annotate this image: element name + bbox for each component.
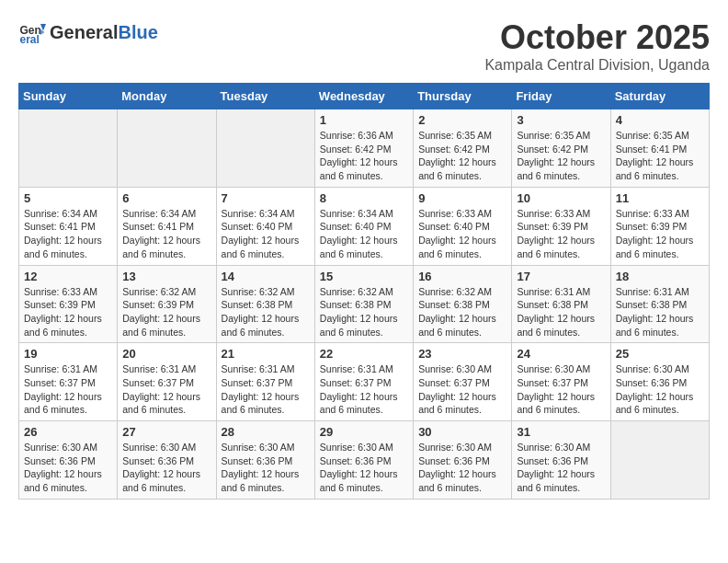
day-number: 9 [418, 191, 506, 205]
day-number: 6 [122, 191, 210, 205]
day-info: Sunrise: 6:30 AM Sunset: 6:37 PM Dayligh… [418, 362, 506, 417]
day-info: Sunrise: 6:34 AM Sunset: 6:41 PM Dayligh… [24, 207, 112, 261]
day-number: 15 [320, 270, 408, 283]
day-number: 23 [418, 347, 506, 361]
calendar-cell: 22Sunrise: 6:31 AM Sunset: 6:37 PM Dayli… [314, 343, 413, 421]
calendar-cell: 12Sunrise: 6:33 AM Sunset: 6:39 PM Dayli… [19, 265, 118, 343]
day-number: 13 [122, 270, 210, 283]
calendar-week-row: 19Sunrise: 6:31 AM Sunset: 6:37 PM Dayli… [19, 343, 710, 421]
day-of-week-header: Wednesday [314, 84, 413, 109]
day-of-week-header: Tuesday [216, 84, 314, 109]
calendar-cell: 6Sunrise: 6:34 AM Sunset: 6:41 PM Daylig… [118, 187, 216, 265]
day-of-week-header: Sunday [19, 84, 118, 109]
day-number: 26 [24, 425, 112, 439]
day-info: Sunrise: 6:30 AM Sunset: 6:36 PM Dayligh… [24, 441, 112, 495]
day-info: Sunrise: 6:35 AM Sunset: 6:42 PM Dayligh… [517, 129, 605, 183]
day-number: 25 [616, 347, 704, 361]
calendar-cell: 14Sunrise: 6:32 AM Sunset: 6:38 PM Dayli… [216, 265, 314, 343]
calendar-cell: 16Sunrise: 6:32 AM Sunset: 6:38 PM Dayli… [414, 265, 512, 343]
calendar-cell: 20Sunrise: 6:31 AM Sunset: 6:37 PM Dayli… [118, 343, 216, 421]
day-of-week-header: Monday [118, 84, 216, 109]
calendar-cell: 21Sunrise: 6:31 AM Sunset: 6:37 PM Dayli… [216, 343, 314, 421]
page-header: Gen eral General Blue October 2025 Kampa… [18, 18, 710, 74]
day-number: 2 [418, 113, 506, 127]
day-number: 22 [320, 347, 408, 361]
day-info: Sunrise: 6:34 AM Sunset: 6:40 PM Dayligh… [222, 207, 310, 261]
calendar-week-row: 5Sunrise: 6:34 AM Sunset: 6:41 PM Daylig… [19, 187, 710, 265]
title-block: October 2025 Kampala Central Division, U… [484, 18, 710, 74]
day-number: 4 [616, 113, 704, 127]
logo-icon: Gen eral [18, 18, 46, 46]
calendar-cell: 30Sunrise: 6:30 AM Sunset: 6:36 PM Dayli… [414, 421, 512, 500]
calendar-cell: 9Sunrise: 6:33 AM Sunset: 6:40 PM Daylig… [414, 187, 512, 265]
calendar-cell: 2Sunrise: 6:35 AM Sunset: 6:42 PM Daylig… [414, 109, 512, 188]
day-number: 17 [517, 270, 605, 283]
day-number: 16 [418, 270, 506, 283]
calendar-cell: 18Sunrise: 6:31 AM Sunset: 6:38 PM Dayli… [610, 265, 709, 343]
day-number: 20 [122, 347, 210, 361]
calendar-cell: 27Sunrise: 6:30 AM Sunset: 6:36 PM Dayli… [118, 421, 216, 500]
calendar-cell [118, 109, 216, 188]
calendar-body: 1Sunrise: 6:36 AM Sunset: 6:42 PM Daylig… [19, 109, 710, 500]
calendar-cell: 3Sunrise: 6:35 AM Sunset: 6:42 PM Daylig… [512, 109, 610, 188]
day-number: 19 [24, 347, 112, 361]
calendar-cell: 25Sunrise: 6:30 AM Sunset: 6:36 PM Dayli… [610, 343, 709, 421]
calendar-cell: 19Sunrise: 6:31 AM Sunset: 6:37 PM Dayli… [19, 343, 118, 421]
day-info: Sunrise: 6:32 AM Sunset: 6:39 PM Dayligh… [122, 285, 210, 339]
calendar-week-row: 12Sunrise: 6:33 AM Sunset: 6:39 PM Dayli… [19, 265, 710, 343]
day-number: 29 [320, 425, 408, 439]
day-info: Sunrise: 6:32 AM Sunset: 6:38 PM Dayligh… [320, 285, 408, 339]
day-info: Sunrise: 6:35 AM Sunset: 6:42 PM Dayligh… [418, 129, 506, 183]
day-info: Sunrise: 6:30 AM Sunset: 6:36 PM Dayligh… [517, 441, 605, 495]
calendar-cell: 26Sunrise: 6:30 AM Sunset: 6:36 PM Dayli… [19, 421, 118, 500]
calendar-week-row: 26Sunrise: 6:30 AM Sunset: 6:36 PM Dayli… [19, 421, 710, 500]
day-info: Sunrise: 6:30 AM Sunset: 6:37 PM Dayligh… [517, 362, 605, 417]
day-info: Sunrise: 6:30 AM Sunset: 6:36 PM Dayligh… [320, 441, 408, 495]
day-number: 1 [320, 113, 408, 127]
day-of-week-header: Friday [512, 84, 610, 109]
calendar-cell: 7Sunrise: 6:34 AM Sunset: 6:40 PM Daylig… [216, 187, 314, 265]
day-number: 14 [222, 270, 310, 283]
day-number: 24 [517, 347, 605, 361]
day-info: Sunrise: 6:31 AM Sunset: 6:37 PM Dayligh… [122, 362, 210, 417]
day-of-week-header: Thursday [414, 84, 512, 109]
calendar-cell: 31Sunrise: 6:30 AM Sunset: 6:36 PM Dayli… [512, 421, 610, 500]
location-title: Kampala Central Division, Uganda [484, 57, 710, 74]
day-number: 28 [222, 425, 310, 439]
logo-blue-text: Blue [118, 22, 157, 43]
calendar-cell: 11Sunrise: 6:33 AM Sunset: 6:39 PM Dayli… [610, 187, 709, 265]
day-info: Sunrise: 6:31 AM Sunset: 6:38 PM Dayligh… [616, 285, 704, 339]
day-info: Sunrise: 6:31 AM Sunset: 6:37 PM Dayligh… [222, 362, 310, 417]
day-info: Sunrise: 6:33 AM Sunset: 6:39 PM Dayligh… [24, 285, 112, 339]
svg-text:eral: eral [20, 33, 40, 46]
day-info: Sunrise: 6:31 AM Sunset: 6:37 PM Dayligh… [320, 362, 408, 417]
calendar-cell: 24Sunrise: 6:30 AM Sunset: 6:37 PM Dayli… [512, 343, 610, 421]
calendar-cell [216, 109, 314, 188]
day-info: Sunrise: 6:30 AM Sunset: 6:36 PM Dayligh… [418, 441, 506, 495]
calendar-header: SundayMondayTuesdayWednesdayThursdayFrid… [19, 84, 710, 109]
month-title: October 2025 [484, 18, 710, 57]
day-number: 12 [24, 270, 112, 283]
day-number: 3 [517, 113, 605, 127]
calendar-cell: 1Sunrise: 6:36 AM Sunset: 6:42 PM Daylig… [314, 109, 413, 188]
day-number: 30 [418, 425, 506, 439]
day-number: 27 [122, 425, 210, 439]
day-info: Sunrise: 6:33 AM Sunset: 6:40 PM Dayligh… [418, 207, 506, 261]
calendar-cell: 5Sunrise: 6:34 AM Sunset: 6:41 PM Daylig… [19, 187, 118, 265]
day-info: Sunrise: 6:35 AM Sunset: 6:41 PM Dayligh… [616, 129, 704, 183]
calendar-cell: 28Sunrise: 6:30 AM Sunset: 6:36 PM Dayli… [216, 421, 314, 500]
calendar-cell: 13Sunrise: 6:32 AM Sunset: 6:39 PM Dayli… [118, 265, 216, 343]
day-info: Sunrise: 6:30 AM Sunset: 6:36 PM Dayligh… [222, 441, 310, 495]
day-info: Sunrise: 6:32 AM Sunset: 6:38 PM Dayligh… [418, 285, 506, 339]
calendar-cell: 4Sunrise: 6:35 AM Sunset: 6:41 PM Daylig… [610, 109, 709, 188]
calendar-cell: 15Sunrise: 6:32 AM Sunset: 6:38 PM Dayli… [314, 265, 413, 343]
calendar-week-row: 1Sunrise: 6:36 AM Sunset: 6:42 PM Daylig… [19, 109, 710, 188]
calendar-cell [19, 109, 118, 188]
calendar-cell: 29Sunrise: 6:30 AM Sunset: 6:36 PM Dayli… [314, 421, 413, 500]
day-number: 5 [24, 191, 112, 205]
day-number: 21 [222, 347, 310, 361]
day-info: Sunrise: 6:30 AM Sunset: 6:36 PM Dayligh… [616, 362, 704, 417]
calendar-cell [610, 421, 709, 500]
day-number: 11 [616, 191, 704, 205]
day-info: Sunrise: 6:33 AM Sunset: 6:39 PM Dayligh… [616, 207, 704, 261]
